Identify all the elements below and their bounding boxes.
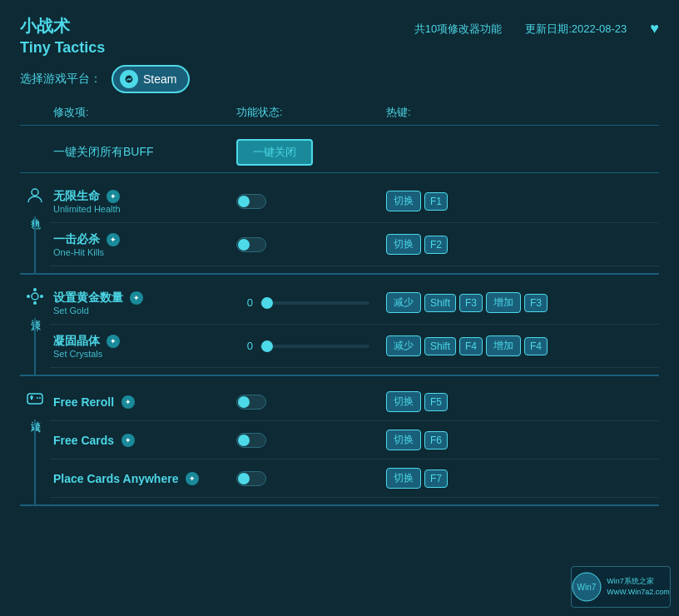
mod-cn-unlimited-health: 无限生命	[53, 189, 100, 202]
toggle-knob-free-cards	[238, 435, 250, 446]
mod-name-unlimited-health: 无限生命 ✦ Unlimited Health	[53, 188, 236, 214]
slider-gold-value: 0	[236, 296, 253, 309]
onekey-label: 一键关闭所有BUFF	[53, 145, 236, 160]
onekey-status: 一键关闭	[236, 139, 386, 166]
mod-en-gold: Set Gold	[53, 306, 236, 315]
svg-point-2	[32, 293, 38, 300]
hotkey-f7-label: F7	[424, 469, 448, 488]
onekey-button[interactable]: 一键关闭	[236, 139, 313, 166]
hotkey-toggle-f2[interactable]: 切换	[386, 234, 421, 255]
mod-cn-gold: 设置黄金数量	[53, 291, 123, 304]
mod-name-gold: 设置黄金数量 ✦ Set Gold	[53, 290, 236, 315]
toggle-onehit[interactable]	[236, 237, 266, 252]
hotkey-toggle-f7[interactable]: 切换	[386, 468, 421, 489]
star-place-cards: ✦	[186, 472, 199, 485]
mod-row-onehit: 一击必杀 ✦ One-Hit Kills 切换 F2	[50, 223, 659, 266]
svg-rect-7	[27, 394, 42, 404]
star-unlimited-health: ✦	[107, 190, 120, 203]
section-content-resource: 设置黄金数量 ✦ Set Gold 0 减少 Shift F3	[50, 275, 659, 375]
main-container: 小战术 Tiny Tactics 共10项修改器功能 更新日期:2022-08-…	[0, 0, 679, 616]
steam-label: Steam	[143, 72, 176, 86]
section-sidebar-resource: 资源	[20, 275, 50, 375]
mod-hotkeys-onehit: 切换 F2	[386, 234, 659, 255]
hotkey-f3a-label: F3	[459, 294, 483, 312]
mod-en-unlimited-health: Unlimited Health	[53, 204, 236, 214]
mod-name-free-reroll: Free Reroll ✦	[53, 395, 236, 410]
mod-cn-free-cards: Free Cards	[53, 434, 114, 447]
mod-cn-crystals: 凝固晶体	[53, 334, 100, 347]
update-date: 更新日期:2022-08-23	[525, 22, 627, 37]
toggle-free-reroll[interactable]	[236, 395, 266, 410]
hotkey-toggle-f5[interactable]: 切换	[386, 391, 421, 412]
watermark-text: Win7系统之家WwW.Win7a2.com	[607, 576, 670, 597]
mod-row-place-cards: Place Cards Anywhere ✦ 切换 F7	[50, 460, 659, 498]
column-headers: 修改项: 功能状态: 热键:	[20, 105, 659, 126]
svg-point-11	[37, 397, 38, 399]
mod-count: 共10项修改器功能	[414, 22, 502, 37]
hotkey-decrease-gold[interactable]: 减少	[386, 292, 421, 313]
role-icon	[23, 183, 47, 206]
hotkey-toggle-f6[interactable]: 切换	[386, 430, 421, 450]
slider-crystals: 0	[236, 340, 369, 352]
mod-hotkeys-place-cards: 切换 F7	[386, 468, 659, 489]
toggle-knob-unlimited-health	[238, 196, 250, 207]
hotkey-f6-label: F6	[424, 431, 448, 450]
mod-status-place-cards	[236, 471, 386, 486]
svg-point-5	[27, 295, 30, 298]
slider-gold-bar[interactable]	[260, 301, 369, 305]
slider-crystals-bar[interactable]	[260, 345, 369, 348]
mod-status-crystals: 0	[236, 340, 386, 352]
section-sidebar-role: 角色	[20, 173, 50, 273]
hotkey-f2-label: F2	[424, 236, 448, 254]
svg-point-3	[33, 288, 37, 291]
hotkey-f5-label: F5	[424, 393, 448, 411]
hotkey-toggle-f1[interactable]: 切换	[386, 191, 421, 211]
section-resource: 资源 设置黄金数量 ✦ Set Gold 0	[20, 275, 659, 376]
slider-crystals-thumb[interactable]	[261, 340, 273, 352]
mod-status-unlimited-health	[236, 194, 386, 209]
mod-row-crystals: 凝固晶体 ✦ Set Crystals 0 减少 Shift F4	[50, 325, 659, 368]
win7-logo: Win7	[572, 572, 602, 602]
mod-en-onehit: One-Hit Kills	[53, 247, 236, 257]
section-content-role: 无限生命 ✦ Unlimited Health 切换 F1 一击必杀	[50, 173, 659, 273]
mod-status-gold: 0	[236, 296, 386, 309]
game-sidebar-line	[34, 420, 36, 504]
mod-cn-place-cards: Place Cards Anywhere	[53, 472, 178, 485]
favorite-button[interactable]: ♥	[650, 20, 659, 37]
mod-name-place-cards: Place Cards Anywhere ✦	[53, 471, 236, 486]
hotkey-shift-f4-label: Shift	[424, 337, 456, 355]
hotkey-increase-gold[interactable]: 增加	[486, 292, 521, 313]
star-onehit: ✦	[107, 233, 120, 246]
toggle-place-cards[interactable]	[236, 471, 266, 486]
hotkey-decrease-crystals[interactable]: 减少	[386, 335, 421, 356]
steam-platform-button[interactable]: Steam	[112, 65, 190, 93]
mod-en-crystals: Set Crystals	[53, 349, 236, 359]
section-role: 角色 无限生命 ✦ Unlimited Health 切换 F1	[20, 173, 659, 275]
mod-cn-free-reroll: Free Reroll	[53, 395, 114, 409]
slider-gold-thumb[interactable]	[261, 297, 273, 309]
role-sidebar-line	[34, 216, 36, 273]
mod-row-gold: 设置黄金数量 ✦ Set Gold 0 减少 Shift F3	[50, 281, 659, 325]
header-area: 小战术 Tiny Tactics 共10项修改器功能 更新日期:2022-08-…	[20, 15, 659, 57]
mod-name-onehit: 一击必杀 ✦ One-Hit Kills	[53, 231, 236, 257]
header-meta: 共10项修改器功能 更新日期:2022-08-23 ♥	[414, 20, 659, 37]
title-block: 小战术 Tiny Tactics	[20, 15, 414, 57]
hotkey-increase-crystals[interactable]: 增加	[486, 335, 521, 356]
role-label: 角色	[28, 210, 42, 213]
col-hotkey-header: 热键:	[386, 105, 659, 120]
mod-hotkeys-crystals: 减少 Shift F4 增加 F4	[386, 335, 659, 356]
toggle-free-cards[interactable]	[236, 433, 266, 448]
hotkey-f4b-label: F4	[524, 337, 548, 355]
svg-point-1	[32, 189, 38, 196]
mod-name-crystals: 凝固晶体 ✦ Set Crystals	[53, 333, 236, 359]
onekey-row: 一键关闭所有BUFF 一键关闭	[20, 132, 659, 173]
star-gold: ✦	[130, 291, 143, 305]
col-status-header: 功能状态:	[236, 105, 386, 120]
watermark: Win7 Win7系统之家WwW.Win7a2.com	[571, 566, 671, 608]
hotkey-f4a-label: F4	[459, 337, 483, 355]
toggle-knob-place-cards	[238, 473, 250, 484]
title-en: Tiny Tactics	[20, 39, 414, 57]
mod-hotkeys-gold: 减少 Shift F3 增加 F3	[386, 292, 659, 313]
title-cn: 小战术	[20, 15, 414, 37]
toggle-unlimited-health[interactable]	[236, 194, 266, 209]
